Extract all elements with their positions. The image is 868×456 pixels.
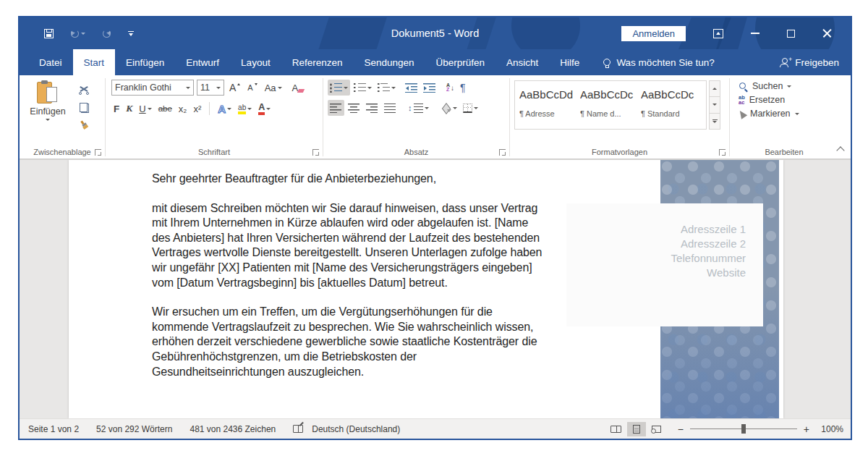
ribbon-tab[interactable]: Datei <box>28 49 73 75</box>
align-left-button[interactable] <box>328 100 344 116</box>
group-label-paragraph: Absatz <box>404 148 429 156</box>
styles-gallery: AaBbCcDd ¶ Adresse AaBbCcDc ¶ Name d... … <box>514 80 707 130</box>
zoom-in-button[interactable]: + <box>804 424 809 434</box>
font-size-combobox[interactable]: 11 <box>197 80 224 96</box>
ribbon-tab[interactable]: Ansicht <box>495 49 549 75</box>
font-dialog-launcher[interactable] <box>312 149 319 156</box>
group-font: Franklin Gothi 11 A A Aa A F K U abe x₂ … <box>106 75 323 159</box>
ribbon-tab[interactable]: Layout <box>230 49 281 75</box>
ribbon-tab[interactable]: Referenzen <box>281 49 354 75</box>
bullets-button[interactable] <box>328 80 350 96</box>
char-count-status[interactable]: 481 von 2436 Zeichen <box>190 424 276 434</box>
cut-button[interactable] <box>75 83 93 98</box>
style-card[interactable]: AaBbCcDc ¶ Name d... <box>580 84 638 126</box>
font-family-combobox[interactable]: Franklin Gothi <box>111 80 194 96</box>
multilevel-list-icon <box>378 83 390 93</box>
sort-button[interactable]: AZ↓ <box>444 80 456 96</box>
zoom-slider-track[interactable] <box>690 428 797 429</box>
text-effects-button[interactable]: A <box>216 101 234 117</box>
paragraph-dialog-launcher[interactable] <box>499 149 506 156</box>
borders-button[interactable] <box>461 100 480 116</box>
superscript-button[interactable]: x² <box>191 101 203 117</box>
group-styles: AaBbCcDd ¶ Adresse AaBbCcDc ¶ Name d... … <box>510 75 729 159</box>
styles-more-button[interactable] <box>710 113 720 129</box>
styles-scroll-down-button[interactable] <box>710 96 720 112</box>
print-layout-button[interactable] <box>627 422 646 436</box>
style-card[interactable]: AaBbCcDc ¶ Standard <box>641 84 699 126</box>
underline-button[interactable]: U <box>137 101 153 117</box>
close-button[interactable] <box>822 29 832 38</box>
multilevel-list-button[interactable] <box>375 80 398 96</box>
shading-button[interactable] <box>438 100 459 116</box>
address-placeholder-box[interactable]: Adresszeile 1Adresszeile 2TelefonnummerW… <box>566 203 763 326</box>
decrease-indent-button[interactable] <box>403 80 420 96</box>
language-status[interactable]: Deutsch (Deutschland) <box>312 424 400 434</box>
group-editing: Suchen abacErsetzen Markieren Bearbeiten <box>730 75 838 159</box>
pilcrow-icon: ¶ <box>460 82 466 93</box>
styles-scroll-up-button[interactable] <box>710 81 720 96</box>
justify-button[interactable] <box>382 100 399 116</box>
paste-button[interactable]: Einfügen <box>25 80 70 145</box>
italic-button[interactable]: K <box>124 101 135 117</box>
maximize-button[interactable] <box>787 30 795 38</box>
group-label-editing: Bearbeiten <box>765 148 803 156</box>
undo-button[interactable] <box>71 30 85 38</box>
replace-button[interactable]: abacErsetzen <box>739 95 838 105</box>
copy-button[interactable] <box>75 100 93 115</box>
page-number-status[interactable]: Seite 1 von 2 <box>28 424 79 434</box>
strikethrough-button[interactable]: abe <box>156 101 174 117</box>
ribbon-tab[interactable]: Hilfe <box>549 49 590 75</box>
change-case-button[interactable]: Aa <box>263 80 284 96</box>
tell-me-box[interactable]: Was möchten Sie tun? <box>603 49 714 75</box>
word-count-status[interactable]: 52 von 292 Wörtern <box>96 424 172 434</box>
zoom-out-button[interactable]: − <box>678 424 684 434</box>
format-painter-button[interactable] <box>75 117 93 132</box>
grow-font-button[interactable]: A <box>227 80 242 96</box>
minimize-button[interactable] <box>751 33 760 34</box>
redo-icon[interactable] <box>103 30 111 38</box>
bold-button[interactable]: F <box>111 101 122 117</box>
ribbon-display-options-icon[interactable] <box>713 29 723 38</box>
increase-indent-button[interactable] <box>421 80 438 96</box>
font-color-button[interactable]: A <box>256 101 273 117</box>
style-card[interactable]: AaBbCcDd ¶ Adresse <box>519 84 577 126</box>
align-right-button[interactable] <box>364 100 380 116</box>
document-area: Adresszeile 1Adresszeile 2TelefonnummerW… <box>20 159 851 418</box>
show-paragraph-marks-button[interactable]: ¶ <box>458 80 468 96</box>
align-center-button[interactable] <box>346 100 362 116</box>
find-button[interactable]: Suchen <box>739 81 838 91</box>
increase-indent-icon <box>423 83 435 93</box>
subscript-button[interactable]: x₂ <box>176 101 190 117</box>
clipboard-dialog-launcher[interactable] <box>95 149 101 156</box>
share-label: Freigeben <box>795 57 839 68</box>
numbering-button[interactable] <box>352 80 374 96</box>
zoom-slider-thumb[interactable] <box>741 424 746 434</box>
proofing-status-icon[interactable] <box>293 425 303 433</box>
line-spacing-button[interactable]: ↕ <box>406 100 431 116</box>
select-button[interactable]: Markieren <box>739 109 838 119</box>
group-clipboard: Einfügen Zwischenablage <box>20 75 105 159</box>
ribbon-tab[interactable]: Start <box>73 49 116 75</box>
read-mode-button[interactable] <box>607 422 626 436</box>
ribbon-tab[interactable]: Sendungen <box>353 49 425 75</box>
sign-in-button[interactable]: Anmelden <box>621 26 686 41</box>
justify-icon <box>384 104 396 113</box>
save-icon[interactable] <box>44 29 54 38</box>
highlight-color-button[interactable]: ab <box>236 101 254 117</box>
clear-formatting-button[interactable]: A <box>290 80 301 96</box>
ribbon-tab[interactable]: Entwurf <box>175 49 230 75</box>
web-layout-button[interactable] <box>647 422 666 436</box>
eraser-icon: A <box>292 83 299 93</box>
styles-dialog-launcher[interactable] <box>719 149 726 156</box>
document-page[interactable]: Adresszeile 1Adresszeile 2TelefonnummerW… <box>69 160 783 418</box>
customize-qat-button[interactable] <box>128 31 134 36</box>
ribbon-tab[interactable]: Überprüfen <box>425 49 496 75</box>
shrink-font-button[interactable]: A <box>245 80 259 96</box>
font-color-icon: A <box>258 103 265 115</box>
group-label-clipboard: Zwischenablage <box>33 148 91 156</box>
ribbon-tab[interactable]: Einfügen <box>115 49 175 75</box>
zoom-percentage[interactable]: 100% <box>816 424 843 434</box>
group-paragraph: AZ↓ ¶ ↕ <box>323 75 509 159</box>
replace-icon: abac <box>739 95 745 105</box>
share-button[interactable]: Freigeben <box>780 49 839 75</box>
